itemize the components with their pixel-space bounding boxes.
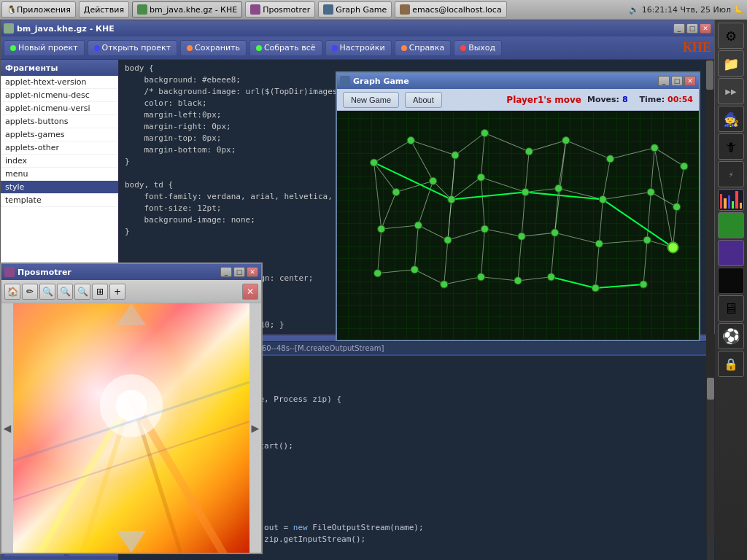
khe-titlebar: bm_java.khe.gz - КНЕ _ □ ✕ [1, 20, 714, 36]
prosmotrer-btn-plus[interactable]: + [109, 284, 125, 300]
svg-point-75 [371, 159, 378, 166]
svg-line-15 [654, 148, 684, 166]
panel-icon-3[interactable]: ▶▶ [718, 78, 744, 104]
prosmotrer-btn-zoom-out[interactable]: 🔍 [74, 284, 90, 300]
svg-line-23 [651, 148, 654, 192]
exit-btn[interactable]: Выход [454, 40, 502, 56]
help-btn[interactable]: Справка [395, 40, 451, 56]
svg-point-95 [444, 236, 452, 244]
svg-line-16 [374, 163, 396, 192]
about-btn[interactable]: About [405, 92, 442, 108]
taskbar-apps[interactable]: 🐧 Приложения [1, 1, 76, 18]
taskbar-emacs[interactable]: emacs@localhost.loca [395, 1, 506, 18]
prosmotrer-btn-zoom-in[interactable]: 🔍 [57, 284, 73, 300]
svg-line-74 [551, 277, 596, 288]
svg-line-8 [374, 141, 411, 163]
panel-icon-chart[interactable] [718, 189, 744, 211]
svg-line-44 [448, 229, 485, 240]
panel-icon-5[interactable]: 🗡 [718, 133, 744, 160]
prosmotrer-maximize-btn[interactable]: □ [233, 267, 245, 277]
svg-line-31 [603, 192, 651, 199]
svg-point-100 [643, 236, 651, 244]
sidebar-item-applet-htext[interactable]: applet-htext-version [1, 76, 118, 89]
taskbar-prosmotrer[interactable]: Проsmotrer [245, 1, 315, 18]
graph-window-controls: _ □ ✕ [658, 76, 696, 86]
sidebar-title: Фрагменты [1, 60, 118, 76]
svg-line-55 [551, 233, 555, 277]
prosmotrer-btn-1[interactable]: 🏠 [4, 284, 20, 300]
prosmotrer-btn-close[interactable]: ✕ [242, 284, 258, 300]
svg-line-27 [452, 177, 481, 199]
svg-point-107 [547, 273, 554, 281]
sidebar-item-style[interactable]: style [1, 181, 118, 194]
svg-point-98 [551, 229, 559, 236]
sidebar-item-applets-games[interactable]: applets-games [1, 128, 118, 141]
panel-icon-lock[interactable]: 🔒 [718, 351, 744, 377]
volume-icon[interactable]: 🔊 [629, 5, 639, 15]
panel-icon-monitor[interactable]: 🖥 [718, 295, 744, 322]
build-all-btn[interactable]: Собрать всё [249, 40, 322, 56]
sidebar-item-applets-other[interactable]: applets-other [1, 141, 118, 155]
graph-canvas[interactable] [337, 111, 699, 340]
prosmotrer-svg-overlay [13, 303, 249, 553]
sidebar-item-applets-buttons[interactable]: applets-buttons [1, 115, 118, 128]
prosmotrer-scroll-left[interactable]: ◀ [1, 303, 13, 553]
new-game-btn[interactable]: New Game [343, 92, 399, 108]
save-icon [187, 45, 193, 51]
svg-point-90 [599, 196, 606, 203]
khe-minimize-btn[interactable]: _ [673, 23, 685, 34]
code-vscroll-thumb[interactable] [706, 61, 713, 90]
svg-line-60 [444, 277, 481, 284]
prosmotrer-close-btn[interactable]: ✕ [247, 267, 258, 277]
panel-icon-6[interactable]: ⚡ [718, 161, 744, 187]
khe-maximize-btn[interactable]: □ [686, 23, 698, 34]
svg-point-109 [640, 281, 647, 288]
panel-icon-4[interactable]: 🧙 [718, 106, 744, 132]
settings-btn[interactable]: Настройки [325, 40, 392, 56]
gnome-icon: 🦶 [734, 5, 744, 15]
graph-minimize-btn[interactable]: _ [658, 76, 670, 86]
sidebar-item-menu[interactable]: menu [1, 168, 118, 181]
svg-line-53 [481, 229, 484, 277]
panel-icon-ball[interactable]: ⚽ [718, 323, 744, 349]
sidebar-item-applet-nicmenu-versi[interactable]: applet-nicmenu-versi [1, 102, 118, 115]
svg-point-99 [595, 240, 603, 247]
taskbar-graph[interactable]: Graph Game [318, 1, 392, 18]
svg-point-80 [562, 137, 570, 144]
svg-point-89 [555, 184, 562, 192]
panel-icon-green[interactable] [718, 212, 744, 238]
svg-line-73 [595, 284, 643, 288]
prosmotrer-scroll-right[interactable]: ▶ [249, 303, 261, 553]
panel-icon-1[interactable]: ⚙ [718, 23, 744, 49]
khe-close-btn[interactable]: ✕ [700, 23, 711, 34]
bottom-vscrollbar[interactable] [706, 334, 715, 538]
vscroll-thumb[interactable] [707, 378, 714, 400]
prosmotrer-btn-2[interactable]: ✏ [22, 284, 38, 300]
prosmotrer-btn-fit[interactable]: ⊞ [92, 284, 108, 300]
svg-line-29 [525, 188, 559, 192]
svg-line-71 [525, 192, 603, 199]
panel-icon-black[interactable] [718, 268, 744, 294]
sidebar-item-index[interactable]: index [1, 155, 118, 168]
save-btn[interactable]: Сохранить [180, 40, 247, 56]
open-project-btn[interactable]: Открыть проект [88, 40, 178, 56]
sidebar-item-applet-nicmenu-desc[interactable]: applet-nicmenu-desc [1, 89, 118, 102]
khe-toolbar: Новый проект Открыть проект Сохранить Со… [1, 36, 714, 60]
graph-maximize-btn[interactable]: □ [671, 76, 683, 86]
khe-window-title: bm_java.khe.gz - КНЕ [17, 24, 115, 34]
panel-icon-2[interactable]: 📁 [718, 50, 744, 77]
prosmotrer-btn-3[interactable]: 🔍 [39, 284, 55, 300]
graph-close-btn[interactable]: ✕ [684, 76, 696, 86]
sidebar-item-template[interactable]: template [1, 194, 118, 207]
taskbar-khe[interactable]: bm_java.khe.gz - КНЕ [132, 1, 242, 18]
time-label: Time: 00:54 [640, 95, 693, 104]
panel-icon-purple[interactable] [718, 240, 744, 266]
taskbar-actions[interactable]: Действия [79, 1, 129, 18]
prosmotrer-minimize-btn[interactable]: _ [220, 267, 232, 277]
khe-logo: КНЕ [683, 40, 711, 55]
svg-point-106 [514, 277, 522, 284]
new-project-btn[interactable]: Новый проект [4, 40, 85, 56]
svg-line-12 [529, 141, 566, 152]
graph-window: Graph Game _ □ ✕ New Game About Player1'… [336, 71, 700, 341]
prosmotrer-toolbar: 🏠 ✏ 🔍 🔍 🔍 ⊞ + ✕ [1, 280, 261, 303]
